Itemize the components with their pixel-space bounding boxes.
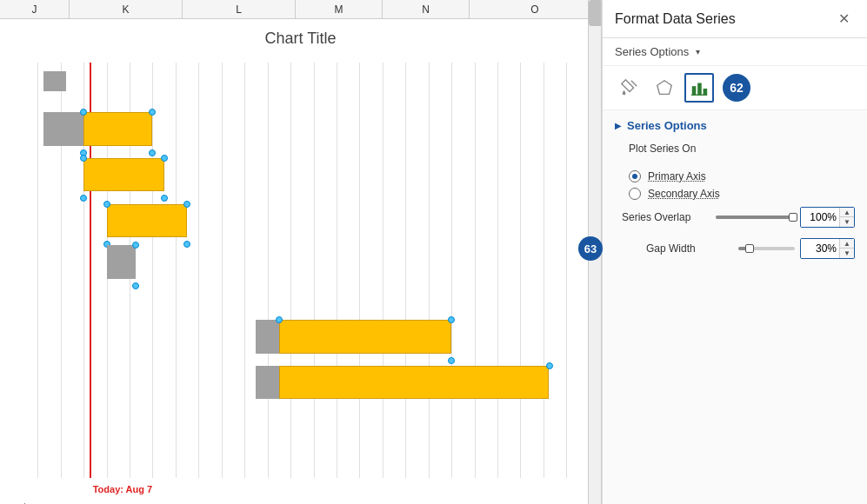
bar-yellow-3 <box>83 158 164 191</box>
handle[interactable] <box>161 195 168 202</box>
grid-line <box>544 63 544 478</box>
grid-line <box>475 63 476 478</box>
handle[interactable] <box>80 195 87 202</box>
icon-toolbar: 62 <box>603 66 867 110</box>
chart-area: J K L M N O Chart Title <box>0 0 602 504</box>
series-options-label: Series Options <box>615 45 689 58</box>
handle[interactable] <box>149 109 156 116</box>
series-overlap-up[interactable]: ▲ <box>840 208 854 217</box>
handle[interactable] <box>132 282 139 289</box>
svg-line-0 <box>631 81 637 86</box>
grid-line <box>37 63 38 478</box>
gap-width-input-wrapper: ▲ ▼ <box>800 238 855 259</box>
section-title: Series Options <box>627 119 707 132</box>
series-overlap-input-wrapper: ▲ ▼ <box>800 207 855 228</box>
handle[interactable] <box>132 242 139 249</box>
bar-yellow-4 <box>107 204 188 237</box>
bar-yellow-2 <box>83 112 152 145</box>
handle[interactable] <box>546 362 553 369</box>
grid-line <box>268 63 269 478</box>
grid-line <box>566 63 567 478</box>
primary-axis-row[interactable]: Primary Axis <box>629 170 855 182</box>
svg-rect-2 <box>692 86 697 95</box>
grid-line <box>314 63 315 478</box>
secondary-axis-radio[interactable] <box>629 188 641 200</box>
series-options-dropdown[interactable]: ▾ <box>696 47 700 56</box>
bar-gray-6 <box>256 320 278 353</box>
series-overlap-slider[interactable] <box>716 216 793 219</box>
handle[interactable] <box>103 201 110 208</box>
effects-icon-button[interactable] <box>650 73 679 103</box>
col-header-m: M <box>296 0 383 18</box>
column-headers: J K L M N O <box>0 0 601 19</box>
bar-yellow-6 <box>279 320 451 353</box>
grid-line <box>176 63 177 478</box>
gap-width-container: 63 Gap Width ▲ ▼ <box>615 236 855 261</box>
svg-rect-4 <box>704 89 708 95</box>
plot-series-on-row: Plot Series On <box>615 143 855 162</box>
chart-content: Chart Title <box>0 19 601 504</box>
grid-line <box>429 63 430 478</box>
grid-line <box>290 63 291 478</box>
primary-axis-radio[interactable] <box>629 170 641 182</box>
grid-line <box>152 63 153 478</box>
series-options-header: Series Options ▾ <box>603 38 867 66</box>
grid-line <box>337 63 337 478</box>
today-label: Today: Aug 7 <box>93 482 152 495</box>
gap-width-up[interactable]: ▲ <box>840 239 854 249</box>
grid-line <box>451 63 452 478</box>
col-header-l: L <box>183 0 296 18</box>
handle[interactable] <box>80 155 87 162</box>
secondary-axis-row[interactable]: Secondary Axis <box>629 188 855 200</box>
col-header-j: J <box>0 0 70 18</box>
gap-width-slider[interactable] <box>738 247 795 250</box>
gap-width-label: Gap Width <box>646 242 733 255</box>
gap-width-row: Gap Width ▲ ▼ <box>646 238 855 259</box>
series-overlap-input[interactable] <box>801 208 839 227</box>
handle[interactable] <box>448 357 455 364</box>
series-overlap-label: Series Overlap <box>622 211 709 223</box>
bar-gray-2 <box>43 112 83 145</box>
panel-header: Format Data Series ✕ <box>603 0 867 38</box>
handle[interactable] <box>149 149 156 156</box>
secondary-axis-label: Secondary Axis <box>648 188 720 200</box>
collapse-icon: ▶ <box>615 121 622 130</box>
chart-title: Chart Title <box>0 19 601 48</box>
grid-line <box>405 63 406 478</box>
svg-marker-1 <box>657 81 672 95</box>
handle[interactable] <box>161 155 168 162</box>
col-header-k: K <box>70 0 183 18</box>
fill-icon-button[interactable] <box>615 73 644 103</box>
gap-width-down[interactable]: ▼ <box>840 249 854 258</box>
series-overlap-down[interactable]: ▼ <box>840 217 854 227</box>
series-overlap-spinner[interactable]: ▲ ▼ <box>839 208 854 227</box>
gap-width-input[interactable] <box>801 239 839 258</box>
grid-area: Today: Aug 7 <box>26 63 601 478</box>
grid-line <box>497 63 498 478</box>
bar-gray-1 <box>43 71 66 92</box>
primary-axis-label: Primary Axis <box>648 170 706 182</box>
badge-62: 62 <box>723 74 750 102</box>
grid-line <box>244 63 245 478</box>
grid-line <box>383 63 383 478</box>
grid-line <box>198 63 199 478</box>
scrollbar-thumb[interactable] <box>589 0 602 26</box>
panel-title: Format Data Series <box>615 11 736 27</box>
handle[interactable] <box>183 241 190 248</box>
svg-rect-3 <box>697 83 702 96</box>
bar-yellow-7 <box>279 366 550 399</box>
handle[interactable] <box>448 316 455 323</box>
grid-line <box>520 63 521 478</box>
series-overlap-row: Series Overlap ▲ ▼ <box>615 207 855 228</box>
section-header[interactable]: ▶ Series Options <box>615 119 855 132</box>
close-button[interactable]: ✕ <box>833 9 855 29</box>
series-icon-button[interactable] <box>684 73 714 103</box>
radio-group: Primary Axis Secondary Axis <box>615 170 855 200</box>
badge-63: 63 <box>578 236 603 261</box>
gap-width-spinner[interactable]: ▲ ▼ <box>839 239 854 258</box>
grid-line <box>222 63 223 478</box>
handle[interactable] <box>183 201 190 208</box>
col-header-n: N <box>383 0 470 18</box>
plot-series-on-label: Plot Series On <box>622 143 696 155</box>
panel-body: ▶ Series Options Plot Series On Primary … <box>603 110 867 504</box>
